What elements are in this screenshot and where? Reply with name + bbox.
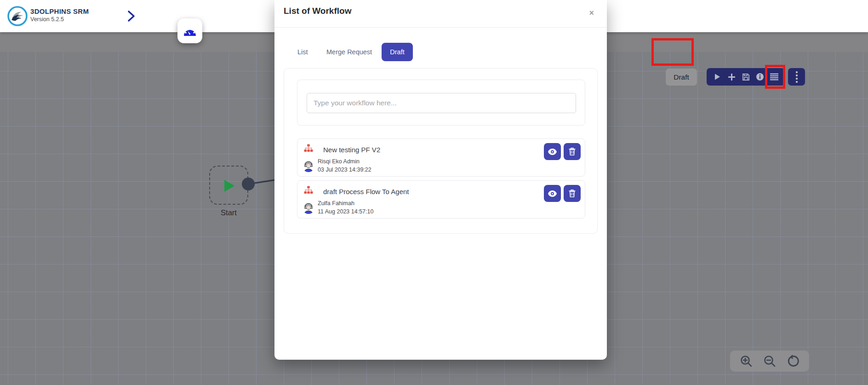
workflow-datetime: 11 Aug 2023 14:57:10 bbox=[318, 208, 373, 215]
reset-view-icon[interactable] bbox=[786, 354, 800, 368]
search-card bbox=[297, 80, 585, 126]
close-icon[interactable]: × bbox=[589, 8, 594, 18]
workflow-list-item[interactable]: draft Process Flow To Agent Zulfa Fahima… bbox=[297, 180, 585, 218]
gauge-icon bbox=[183, 25, 197, 37]
author-avatar bbox=[302, 159, 315, 172]
kebab-icon bbox=[796, 71, 798, 83]
tab-draft[interactable]: Draft bbox=[382, 43, 413, 61]
connector-dot[interactable] bbox=[242, 178, 255, 190]
brand-name: 3DOLPHINS SRM bbox=[30, 7, 89, 16]
zoom-controls bbox=[730, 351, 809, 372]
sitemap-icon bbox=[304, 144, 313, 153]
save-button[interactable] bbox=[741, 72, 750, 81]
tab-merge-request[interactable]: Merge Request bbox=[326, 43, 372, 61]
brand-version: Version 5.2.5 bbox=[30, 16, 89, 23]
workflow-datetime: 03 Jul 2023 14:39:22 bbox=[318, 167, 371, 173]
start-node-label: Start bbox=[209, 208, 248, 217]
delete-workflow-button[interactable] bbox=[564, 143, 581, 160]
modal-title: List of Workflow bbox=[284, 6, 351, 16]
workflow-list-container: New testing PF V2 Risqi Eko Admin 03 Jul… bbox=[284, 68, 598, 234]
workflow-author: Risqi Eko Admin bbox=[318, 158, 360, 165]
zoom-in-icon[interactable] bbox=[739, 354, 753, 368]
eye-icon bbox=[548, 149, 557, 155]
workflow-modal: List of Workflow × List Merge Request Dr… bbox=[274, 0, 607, 360]
modal-divider bbox=[274, 27, 607, 28]
status-badge: Draft bbox=[666, 69, 697, 86]
trash-icon bbox=[569, 190, 576, 197]
eye-icon bbox=[548, 190, 557, 197]
run-button[interactable] bbox=[713, 72, 722, 81]
workflow-title: New testing PF V2 bbox=[323, 146, 380, 154]
author-avatar bbox=[302, 201, 315, 214]
trash-icon bbox=[569, 148, 576, 155]
zoom-out-icon[interactable] bbox=[763, 354, 777, 368]
dashboard-dock-item[interactable] bbox=[177, 18, 202, 43]
flow-toolbar bbox=[707, 68, 785, 86]
sitemap-icon bbox=[304, 186, 313, 195]
workflow-list-item[interactable]: New testing PF V2 Risqi Eko Admin 03 Jul… bbox=[297, 138, 585, 177]
tab-list[interactable]: List bbox=[297, 43, 308, 61]
more-options-button[interactable] bbox=[788, 68, 805, 86]
workflow-author: Zulfa Fahimah bbox=[318, 200, 354, 207]
workflow-title: draft Process Flow To Agent bbox=[323, 188, 409, 195]
list-workflow-button[interactable] bbox=[770, 72, 779, 81]
add-node-button[interactable] bbox=[727, 72, 736, 81]
dolphin-logo[interactable] bbox=[7, 6, 28, 26]
sidebar-expand-button[interactable] bbox=[125, 10, 137, 23]
search-input[interactable] bbox=[307, 93, 576, 113]
delete-workflow-button[interactable] bbox=[564, 185, 581, 202]
info-button[interactable] bbox=[755, 72, 765, 81]
brand-block: 3DOLPHINS SRM Version 5.2.5 bbox=[30, 7, 89, 23]
view-workflow-button[interactable] bbox=[544, 143, 561, 160]
view-workflow-button[interactable] bbox=[544, 185, 561, 202]
play-icon bbox=[224, 180, 234, 192]
